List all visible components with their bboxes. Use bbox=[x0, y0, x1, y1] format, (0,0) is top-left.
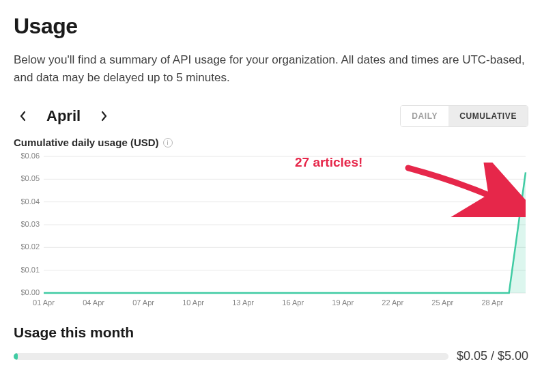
svg-text:$0.01: $0.01 bbox=[20, 266, 40, 274]
usage-description: Below you'll find a summary of API usage… bbox=[14, 51, 528, 86]
annotation-arrow-icon bbox=[403, 163, 526, 217]
chart-title: Cumulative daily usage (USD) bbox=[14, 137, 159, 148]
usage-current: $0.05 bbox=[457, 349, 487, 363]
svg-text:13 Apr: 13 Apr bbox=[232, 298, 254, 307]
svg-text:$0.06: $0.06 bbox=[20, 152, 40, 160]
svg-text:$0.03: $0.03 bbox=[20, 220, 40, 228]
svg-text:$0.04: $0.04 bbox=[20, 197, 40, 206]
month-navigator: April bbox=[14, 107, 113, 126]
usage-progress-row: $0.05 / $5.00 bbox=[14, 349, 528, 363]
svg-text:19 Apr: 19 Apr bbox=[332, 298, 354, 307]
usage-separator: / bbox=[487, 349, 498, 363]
next-month-button[interactable] bbox=[94, 107, 113, 126]
svg-text:28 Apr: 28 Apr bbox=[481, 298, 503, 307]
usage-limit: $5.00 bbox=[498, 349, 528, 363]
svg-text:$0.02: $0.02 bbox=[20, 242, 40, 251]
toggle-cumulative-button[interactable]: CUMULATIVE bbox=[448, 106, 528, 126]
prev-month-button[interactable] bbox=[14, 107, 33, 126]
current-month-label: April bbox=[46, 107, 81, 125]
svg-text:10 Apr: 10 Apr bbox=[182, 298, 204, 307]
chevron-left-icon bbox=[20, 111, 27, 122]
usage-progress-bar bbox=[14, 353, 448, 360]
usage-progress-text: $0.05 / $5.00 bbox=[457, 349, 528, 363]
svg-text:22 Apr: 22 Apr bbox=[382, 298, 403, 307]
chart-container: $0.00$0.01$0.02$0.03$0.04$0.05$0.0601 Ap… bbox=[14, 152, 528, 309]
svg-text:$0.00: $0.00 bbox=[20, 288, 40, 296]
usage-month-title: Usage this month bbox=[14, 324, 528, 341]
svg-text:$0.05: $0.05 bbox=[20, 174, 40, 182]
view-toggle: DAILY CUMULATIVE bbox=[400, 105, 528, 127]
chevron-right-icon bbox=[100, 111, 107, 122]
svg-text:01 Apr: 01 Apr bbox=[33, 298, 55, 307]
usage-progress-fill bbox=[14, 353, 18, 360]
svg-text:07 Apr: 07 Apr bbox=[132, 298, 154, 307]
toggle-daily-button[interactable]: DAILY bbox=[401, 106, 448, 126]
svg-text:16 Apr: 16 Apr bbox=[282, 298, 304, 307]
info-icon[interactable]: i bbox=[163, 138, 173, 148]
svg-text:25 Apr: 25 Apr bbox=[431, 298, 453, 307]
chart-title-row: Cumulative daily usage (USD) i bbox=[14, 137, 528, 148]
controls-row: April DAILY CUMULATIVE bbox=[14, 105, 528, 127]
annotation-label: 27 articles! bbox=[295, 155, 362, 170]
svg-text:04 Apr: 04 Apr bbox=[83, 298, 104, 307]
page-title: Usage bbox=[14, 14, 528, 39]
